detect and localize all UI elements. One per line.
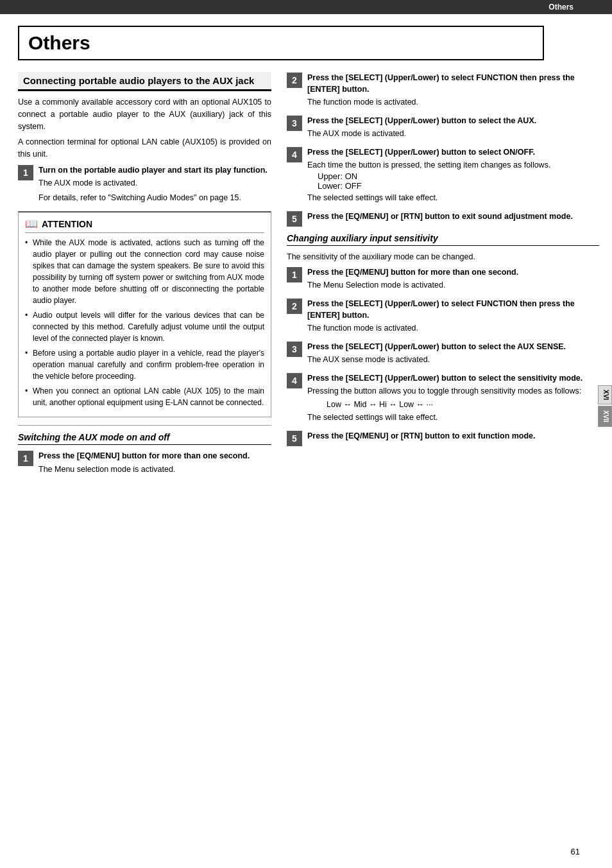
sw-step-number-3: 3 (287, 116, 302, 131)
ch-step-number-2: 2 (287, 299, 302, 314)
sw-step-4-title: Press the [SELECT] (Upper/Lower) button … (307, 146, 599, 158)
ch-step-4: 4 Press the [SELECT] (Upper/Lower) butto… (287, 372, 599, 424)
divider-1 (18, 425, 271, 426)
changing-section-title: Changing auxiliary input sensitivity (287, 233, 438, 243)
two-col-layout: Connecting portable audio players to the… (18, 72, 599, 482)
sw-step-4-content: Press the [SELECT] (Upper/Lower) button … (307, 146, 599, 204)
left-step-1: 1 Turn on the portable audio player and … (18, 164, 271, 204)
sw-step-2-desc: The function mode is activated. (307, 96, 599, 108)
sw-step-4-effect: The selected settings will take effect. (307, 192, 599, 204)
sidebar-tabs: XVI XVII (598, 385, 612, 427)
page-title-box: Others (18, 26, 544, 60)
page-container: Others Others Connecting portable audio … (0, 0, 612, 868)
attention-item-4: When you connect an optional LAN cable (… (25, 385, 264, 408)
sw-step-number-2: 2 (287, 73, 302, 88)
changing-section-heading: Changing auxiliary input sensitivity (287, 233, 599, 246)
changing-intro: The sensitivity of the auxiliary mode ca… (287, 251, 599, 263)
sw-step-4-desc: Each time the button is pressed, the set… (307, 159, 599, 171)
page-title: Others (28, 32, 534, 54)
ch-step-5: 5 Press the [EQ/MENU] or [RTN] button to… (287, 430, 599, 446)
step-1-title: Turn on the portable audio player and st… (38, 164, 271, 176)
ch-step-1-content: Press the [EQ/MENU] button for more than… (307, 266, 599, 291)
ch-step-number-3: 3 (287, 342, 302, 357)
ch-step-4-effect: The selected settings will take effect. (307, 412, 599, 424)
attention-label: ATTENTION (42, 219, 92, 229)
ch-step-5-title: Press the [EQ/MENU] or [RTN] button to e… (307, 430, 599, 442)
left-column: Connecting portable audio players to the… (18, 72, 271, 482)
sw-step-4-indent: Upper: ON Lower: OFF (307, 171, 599, 191)
ch-step-3: 3 Press the [SELECT] (Upper/Lower) butto… (287, 341, 599, 366)
page-number: 61 (571, 847, 580, 856)
sw-step-2: 2 Press the [SELECT] (Upper/Lower) to se… (287, 72, 599, 108)
book-icon: 📖 (25, 218, 38, 230)
ch-step-3-desc: The AUX sense mode is activated. (307, 354, 599, 366)
ch-step-1: 1 Press the [EQ/MENU] button for more th… (287, 266, 599, 291)
ch-step-3-content: Press the [SELECT] (Upper/Lower) button … (307, 341, 599, 366)
top-header: Others (0, 0, 612, 14)
sidebar-tab-xvii[interactable]: XVII (598, 406, 612, 427)
attention-list: While the AUX mode is activated, actions… (25, 237, 264, 408)
sw-step-3-content: Press the [SELECT] (Upper/Lower) button … (307, 115, 599, 140)
attention-item-1: While the AUX mode is activated, actions… (25, 237, 264, 306)
sw-step-4-lower: Lower: OFF (318, 181, 599, 191)
sw-step-3: 3 Press the [SELECT] (Upper/Lower) butto… (287, 115, 599, 140)
sw-step-3-desc: The AUX mode is activated. (307, 128, 599, 140)
ch-step-number-5: 5 (287, 431, 302, 446)
sw-step-2-content: Press the [SELECT] (Upper/Lower) to sele… (307, 72, 599, 108)
attention-item-2: Audio output levels will differ for the … (25, 309, 264, 344)
sw-step-number-5: 5 (287, 211, 302, 227)
right-column: 2 Press the [SELECT] (Upper/Lower) to se… (287, 72, 599, 482)
sw-step-1-title: Press the [EQ/MENU] button for more than… (38, 450, 271, 462)
sw-step-5-content: Press the [EQ/MENU] or [RTN] button to e… (307, 211, 599, 222)
sw-step-number-1: 1 (18, 451, 33, 466)
ch-step-4-content: Press the [SELECT] (Upper/Lower) button … (307, 372, 599, 424)
ch-step-4-desc: Pressing the button allows you to toggle… (307, 385, 599, 397)
ch-step-2-desc: The function mode is activated. (307, 322, 599, 334)
sw-step-1-desc: The Menu selection mode is activated. (38, 464, 271, 476)
ch-step-number-4: 4 (287, 373, 302, 388)
sw-step-3-title: Press the [SELECT] (Upper/Lower) button … (307, 115, 599, 126)
intro-para-1: Use a commonly available accessory cord … (18, 96, 271, 132)
ch-step-1-title: Press the [EQ/MENU] button for more than… (307, 266, 599, 278)
attention-item-3: Before using a portable audio player in … (25, 347, 264, 382)
ch-step-number-1: 1 (287, 267, 302, 282)
ch-step-1-desc: The Menu Selection mode is activated. (307, 279, 599, 291)
header-section-label: Others (548, 3, 574, 12)
sw-step-4: 4 Press the [SELECT] (Upper/Lower) butto… (287, 146, 599, 204)
sensitivity-formula: Low ↔ Mid ↔ Hi ↔ Low ↔ ··· (327, 400, 599, 409)
switching-step-1: 1 Press the [EQ/MENU] button for more th… (18, 450, 271, 475)
sw-step-1-content: Press the [EQ/MENU] button for more than… (38, 450, 271, 475)
attention-title: 📖 ATTENTION (25, 218, 264, 233)
sw-step-4-upper: Upper: ON (318, 171, 599, 181)
sw-step-number-4: 4 (287, 147, 302, 162)
ch-step-4-title: Press the [SELECT] (Upper/Lower) button … (307, 372, 599, 384)
intro-para-2: A connection terminal for optional LAN c… (18, 136, 271, 161)
sw-step-5: 5 Press the [EQ/MENU] or [RTN] button to… (287, 211, 599, 227)
main-section-heading: Connecting portable audio players to the… (18, 72, 271, 91)
step-1-content: Turn on the portable audio player and st… (38, 164, 271, 204)
attention-box: 📖 ATTENTION While the AUX mode is activa… (18, 211, 271, 417)
switching-section-title: Switching the AUX mode on and off (18, 432, 169, 442)
main-content: Others Connecting portable audio players… (0, 14, 612, 494)
ch-step-2: 2 Press the [SELECT] (Upper/Lower) to se… (287, 298, 599, 334)
sw-step-2-title: Press the [SELECT] (Upper/Lower) to sele… (307, 72, 599, 95)
step-1-desc: The AUX mode is activated. (38, 177, 271, 189)
sidebar-tab-xvi[interactable]: XVI (598, 385, 612, 404)
sw-step-5-title: Press the [EQ/MENU] or [RTN] button to e… (307, 211, 599, 222)
ch-step-3-title: Press the [SELECT] (Upper/Lower) button … (307, 341, 599, 352)
step-1-note: For details, refer to "Switching Audio M… (38, 192, 271, 204)
ch-step-2-content: Press the [SELECT] (Upper/Lower) to sele… (307, 298, 599, 334)
switching-section-heading: Switching the AUX mode on and off (18, 432, 271, 445)
ch-step-2-title: Press the [SELECT] (Upper/Lower) to sele… (307, 298, 599, 321)
main-section-title: Connecting portable audio players to the… (23, 75, 254, 86)
step-number-1: 1 (18, 165, 33, 180)
ch-step-5-content: Press the [EQ/MENU] or [RTN] button to e… (307, 430, 599, 442)
